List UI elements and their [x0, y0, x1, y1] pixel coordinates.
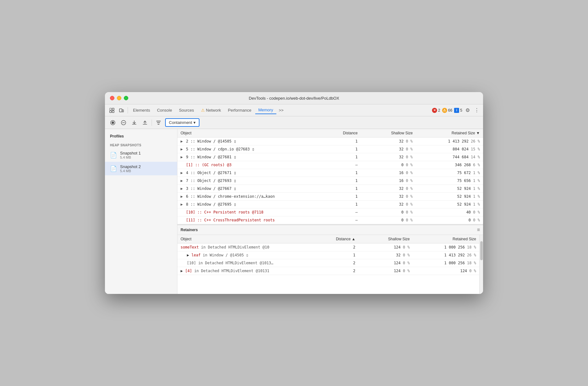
ret-col-shallow-header[interactable]: Shallow Size	[359, 235, 413, 243]
maximize-button[interactable]	[124, 96, 128, 100]
cell-shallow: 16 0 %	[361, 169, 416, 177]
retainers-table-body: someText in Detached HTMLDivElement @10 …	[177, 243, 479, 275]
cell-object: [10] :: C++ Persistent roots @7118	[177, 208, 330, 216]
sidebar: Profiles HEAP SNAPSHOTS 📄 Snapshot 1 5.4…	[105, 129, 177, 294]
warning-badge[interactable]: ⚠ 66	[442, 108, 452, 113]
cell-shallow: 32 0 %	[361, 201, 416, 208]
settings-icon[interactable]: ⚙	[464, 106, 471, 114]
heap-snapshots-title: HEAP SNAPSHOTS	[105, 141, 177, 148]
load-button[interactable]	[130, 119, 138, 127]
close-button[interactable]	[110, 96, 114, 100]
cell-retained: 744 684 14 %	[416, 153, 483, 161]
table-row[interactable]: [10] in Detached HTMLDivElement @1013… 2…	[177, 259, 479, 267]
expand-arrow[interactable]: ▶	[181, 178, 184, 183]
info-badge[interactable]: i 5	[454, 108, 462, 113]
main-table-header: Object Distance Shallow Size Retained Si…	[177, 129, 483, 137]
devtools-window: DevTools - codepen.io/web-dot-dev/live/P…	[105, 92, 483, 294]
snapshot-1-item[interactable]: 📄 Snapshot 1 5.4 MB	[105, 148, 177, 162]
cell-distance: 1	[330, 145, 361, 153]
retainers-scrollbar-thumb[interactable]	[480, 241, 483, 260]
table-row[interactable]: ▶ 3 :: Window / @27667 ▯ 1 32 0 % 52 924…	[177, 185, 483, 193]
retainers-scrollbar[interactable]	[479, 235, 483, 294]
cell-retained: 75 656 1 %	[416, 177, 483, 185]
containment-dropdown[interactable]: Containment ▾	[165, 118, 199, 127]
tab-elements[interactable]: Elements	[130, 107, 153, 114]
snapshot-2-item[interactable]: 📄 Snapshot 2 5.4 MB	[105, 162, 177, 175]
cell-shallow: 32 0 %	[361, 193, 416, 201]
svg-rect-4	[119, 109, 122, 112]
tab-network[interactable]: ⚠ Network	[198, 107, 224, 114]
tab-console[interactable]: Console	[154, 107, 175, 114]
table-row[interactable]: ▶ [4] in Detached HTMLDivElement @10131 …	[177, 267, 479, 275]
inspect-icon[interactable]	[107, 106, 116, 115]
table-row[interactable]: ▶ leaf in Window / @14505 ▯ 1 32 0 % 1 4…	[177, 251, 479, 259]
save-button[interactable]	[141, 119, 149, 127]
expand-arrow[interactable]: ▶	[181, 186, 184, 191]
error-icon: ✕	[432, 108, 437, 113]
cell-retained: 52 924 1 %	[416, 185, 483, 193]
table-row[interactable]: ▶ 5 :: Window / cdpn.io @27683 ▯ 1 32 0 …	[177, 145, 483, 153]
ret-cell-retained: 1 000 256 18 %	[413, 259, 479, 267]
table-row[interactable]: ▶ 7 :: Object / @27693 ▯ 1 16 0 % 75 656…	[177, 177, 483, 185]
table-row[interactable]: ▶ 6 :: Window / chrome-extension://a…kao…	[177, 193, 483, 201]
col-object-header: Object	[177, 129, 330, 137]
network-warning-icon: ⚠	[201, 108, 205, 113]
main-table-body: ▶ 2 :: Window / @14505 ▯ 1 32 0 % 1 413 …	[177, 137, 483, 224]
expand-arrow[interactable]: ▶	[181, 147, 184, 151]
clear-button[interactable]	[119, 119, 128, 127]
error-badge[interactable]: ✕ 2	[432, 108, 440, 113]
table-row[interactable]: [1] :: (GC roots) @3 – 0 0 % 346 268 6 %	[177, 161, 483, 169]
cell-distance: 1	[330, 177, 361, 185]
more-tabs-button[interactable]: >>	[277, 107, 285, 114]
table-row[interactable]: [11] :: C++ CrossThreadPersistent roots …	[177, 216, 483, 224]
ret-col-distance-header[interactable]: Distance ▲	[328, 235, 359, 243]
record-button[interactable]	[109, 119, 117, 127]
ret-col-retained-header[interactable]: Retained Size	[413, 235, 479, 243]
more-options-icon[interactable]: ⋮	[473, 106, 481, 114]
cell-object: ▶ 2 :: Window / @14505 ▯	[177, 137, 330, 145]
tab-sources[interactable]: Sources	[176, 107, 197, 114]
main-table: Object Distance Shallow Size Retained Si…	[177, 129, 483, 224]
table-row[interactable]: ▶ 9 :: Window / @27681 ▯ 1 32 0 % 744 68…	[177, 153, 483, 161]
tab-performance[interactable]: Performance	[225, 107, 254, 114]
cell-shallow: 32 0 %	[361, 153, 416, 161]
snapshot-1-info: Snapshot 1 5.4 MB	[120, 151, 141, 159]
col-distance-header[interactable]: Distance	[330, 129, 361, 137]
ret-cell-retained: 124 0 %	[413, 267, 479, 275]
main-table-container[interactable]: Object Distance Shallow Size Retained Si…	[177, 129, 483, 225]
svg-rect-2	[110, 111, 112, 113]
cell-retained: 75 672 1 %	[416, 169, 483, 177]
retainers-menu-icon[interactable]: ≡	[477, 227, 480, 233]
expand-arrow[interactable]: ▶	[181, 155, 184, 159]
table-row[interactable]: [10] :: C++ Persistent roots @7118 – 0 0…	[177, 208, 483, 216]
minimize-button[interactable]	[117, 96, 121, 100]
cell-object: ▶ 4 :: Object / @27671 ▯	[177, 169, 330, 177]
table-row[interactable]: ▶ 8 :: Window / @27695 ▯ 1 32 0 % 52 924…	[177, 201, 483, 208]
col-shallow-header[interactable]: Shallow Size	[361, 129, 416, 137]
cell-shallow: 0 0 %	[361, 161, 416, 169]
tab-memory[interactable]: Memory	[255, 106, 276, 114]
right-panel: Object Distance Shallow Size Retained Si…	[177, 129, 483, 294]
svg-rect-5	[122, 110, 124, 112]
col-retained-header[interactable]: Retained Size ▼	[416, 129, 483, 137]
cell-retained: 804 024 15 %	[416, 145, 483, 153]
device-toggle-icon[interactable]	[117, 106, 126, 115]
expand-arrow[interactable]: ▶	[181, 139, 184, 143]
expand-arrow[interactable]: ▶	[181, 194, 184, 199]
expand-arrow[interactable]: ▶	[181, 171, 184, 175]
expand-arrow[interactable]: ▶	[181, 202, 184, 207]
snapshot-2-name: Snapshot 2	[120, 164, 141, 169]
table-row[interactable]: ▶ 4 :: Object / @27671 ▯ 1 16 0 % 75 672…	[177, 169, 483, 177]
ret-cell-distance: 2	[328, 243, 359, 251]
traffic-lights	[110, 96, 128, 100]
table-row[interactable]: someText in Detached HTMLDivElement @10 …	[177, 243, 479, 251]
filter-button[interactable]	[154, 119, 163, 127]
ret-cell-distance: 2	[328, 259, 359, 267]
table-row[interactable]: ▶ 2 :: Window / @14505 ▯ 1 32 0 % 1 413 …	[177, 137, 483, 145]
retainers-scroll-area[interactable]: Object Distance ▲ Shallow Size Retained …	[177, 235, 479, 294]
retainers-panel: Retainers ≡ Object Distance ▲	[177, 225, 483, 294]
ret-cell-shallow: 124 0 %	[359, 267, 413, 275]
main-content: Profiles HEAP SNAPSHOTS 📄 Snapshot 1 5.4…	[105, 129, 483, 294]
info-icon: i	[454, 108, 459, 113]
ret-cell-shallow: 32 0 %	[359, 251, 413, 259]
